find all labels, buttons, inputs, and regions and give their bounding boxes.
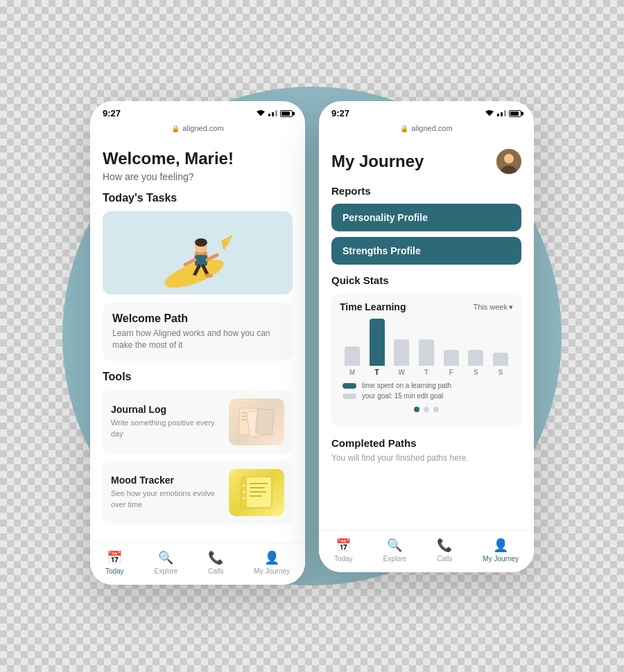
nav-journey-label-right: My Journey xyxy=(483,555,519,563)
nav-explore-label-right: Explore xyxy=(383,555,406,563)
today-icon-right: 📅 xyxy=(336,538,351,553)
bar-group-T-3: T xyxy=(417,339,436,376)
svg-rect-4 xyxy=(195,255,207,266)
url-left: aligned.com xyxy=(182,124,223,132)
lock-icon-left: 🔒 xyxy=(171,125,180,132)
avatar-image xyxy=(496,149,521,174)
url-right: aligned.com xyxy=(411,124,452,132)
bar-S-6 xyxy=(493,353,508,366)
bar-group-S-6: S xyxy=(491,353,510,376)
nav-today-label-right: Today xyxy=(334,555,353,563)
svg-rect-24 xyxy=(250,495,262,497)
bar-label-F-4: F xyxy=(449,369,453,376)
legend-label-2: your goal: 15 min edit goal xyxy=(362,392,443,400)
phones-wrapper: 9:27 🔒 aligned.com xyxy=(90,101,534,585)
svg-point-29 xyxy=(504,154,514,163)
bar-label-T-3: T xyxy=(424,369,428,376)
journal-books-icon xyxy=(236,403,277,441)
svg-rect-23 xyxy=(250,491,266,493)
time-left: 9:27 xyxy=(103,108,121,118)
nav-calls-label-right: Calls xyxy=(437,555,452,563)
pagination-dots xyxy=(340,407,513,412)
personality-profile-button[interactable]: Personality Profile xyxy=(331,204,521,231)
pagination-dot-1[interactable] xyxy=(414,407,419,412)
path-card-title: Welcome Path xyxy=(112,312,283,325)
completed-paths-desc: You will find your finished paths here. xyxy=(331,453,521,463)
nav-calls-label-left: Calls xyxy=(208,567,223,575)
chevron-down-icon: ▾ xyxy=(509,303,513,312)
legend-label-1: time spent on a learning path xyxy=(362,382,451,389)
strengths-profile-button[interactable]: Strengths Profile xyxy=(331,237,521,265)
tasks-section-title: Today's Tasks xyxy=(103,192,293,204)
nav-calls-right[interactable]: 📞 Calls xyxy=(437,538,452,563)
nav-explore-left[interactable]: 🔍 Explore xyxy=(154,550,177,575)
status-bar-right: 9:27 xyxy=(319,101,534,123)
avatar[interactable] xyxy=(496,149,521,174)
welcome-path-card[interactable]: Welcome Path Learn how Aligned works and… xyxy=(103,303,293,361)
journal-title: Journal Log xyxy=(111,404,220,415)
legend-teal-dot xyxy=(343,383,356,389)
nav-journey-left[interactable]: 👤 My Journey xyxy=(254,550,290,575)
journey-icon-right: 👤 xyxy=(493,538,508,553)
svg-rect-22 xyxy=(250,487,265,488)
calls-icon-right: 📞 xyxy=(437,538,452,553)
battery-icon-left xyxy=(280,110,293,117)
bar-label-T-1: T xyxy=(375,369,379,376)
bar-group-F-4: F xyxy=(442,350,461,377)
journey-icon-left: 👤 xyxy=(264,550,279,565)
signal-bars-left xyxy=(268,110,277,116)
pagination-dot-3[interactable] xyxy=(433,407,439,412)
svg-point-10 xyxy=(205,274,213,278)
bar-group-S-5: S xyxy=(467,350,486,377)
path-card-desc: Learn how Aligned works and how you can … xyxy=(112,328,283,351)
tools-section-title: Tools xyxy=(103,371,293,383)
bar-group-W-2: W xyxy=(392,339,411,376)
nav-calls-left[interactable]: 📞 Calls xyxy=(208,550,223,575)
bar-group-T-1: T xyxy=(367,319,387,376)
mood-img-bg xyxy=(229,469,284,516)
mood-info: Mood Tracker See how your emotions evolv… xyxy=(111,475,229,510)
explore-icon-right: 🔍 xyxy=(387,538,402,553)
this-week-label: This week xyxy=(473,303,508,311)
bar-M-0 xyxy=(345,346,360,366)
journal-tool-card[interactable]: Journal Log Write something positive eve… xyxy=(103,390,293,454)
left-phone: 9:27 🔒 aligned.com xyxy=(90,101,305,585)
svg-point-9 xyxy=(189,275,197,279)
nav-journey-right[interactable]: 👤 My Journey xyxy=(483,538,519,563)
phone-content-left: Welcome, Marie! How are you feeling? Tod… xyxy=(90,138,305,542)
bar-label-S-5: S xyxy=(474,369,478,376)
bar-S-5 xyxy=(468,350,483,366)
time-learning-header: Time Learning This week ▾ xyxy=(340,301,513,312)
scene: 9:27 🔒 aligned.com xyxy=(14,24,610,648)
address-bar-left: 🔒 aligned.com xyxy=(90,123,305,138)
nav-journey-label-left: My Journey xyxy=(254,567,290,575)
journal-image xyxy=(229,398,284,445)
right-phone: 9:27 🔒 aligned.com xyxy=(319,101,534,572)
chart-legend: time spent on a learning path your goal:… xyxy=(340,382,513,400)
time-learning-card: Time Learning This week ▾ MTWTFSS time s… xyxy=(331,293,521,427)
legend-item-1: time spent on a learning path xyxy=(343,382,510,389)
bar-F-4 xyxy=(444,350,459,366)
this-week-filter[interactable]: This week ▾ xyxy=(473,303,513,312)
journey-header: My Journey xyxy=(331,149,521,174)
nav-today-right[interactable]: 📅 Today xyxy=(334,538,353,563)
mood-desc: See how your emotions evolve over time xyxy=(111,488,220,510)
phone-content-right: My Journey Reports Personality Profile S… xyxy=(319,138,534,530)
bar-chart: MTWTFSS xyxy=(340,321,513,376)
completed-paths-title: Completed Paths xyxy=(331,437,521,449)
mood-tool-card[interactable]: Mood Tracker See how your emotions evolv… xyxy=(103,461,293,524)
calls-icon-left: 📞 xyxy=(208,550,223,565)
nav-today-left[interactable]: 📅 Today xyxy=(105,550,124,575)
svg-point-26 xyxy=(243,490,245,493)
completed-paths-section: Completed Paths You will find your finis… xyxy=(331,437,521,463)
nav-explore-right[interactable]: 🔍 Explore xyxy=(383,538,406,563)
bottom-nav-right: 📅 Today 🔍 Explore 📞 Calls 👤 My Journey xyxy=(319,530,534,572)
svg-rect-18 xyxy=(255,409,274,435)
hero-card xyxy=(103,211,293,294)
wifi-icon-left xyxy=(256,110,266,117)
mood-title: Mood Tracker xyxy=(111,475,220,486)
mood-notebook-icon xyxy=(236,473,277,511)
pagination-dot-2[interactable] xyxy=(424,407,429,412)
today-icon-left: 📅 xyxy=(107,550,122,565)
svg-line-6 xyxy=(207,255,217,260)
